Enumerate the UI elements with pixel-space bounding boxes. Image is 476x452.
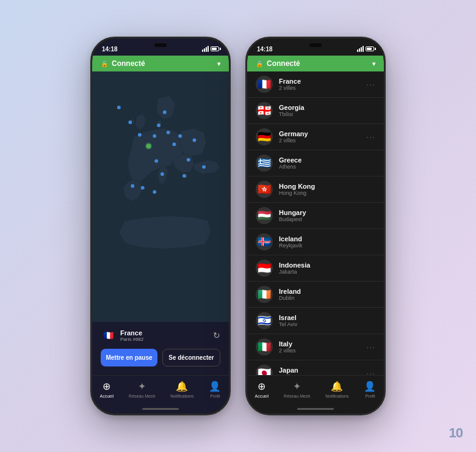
bar4 (207, 46, 209, 52)
connected-bar-right[interactable]: 🔒 Connecté ▾ (247, 56, 384, 71)
country-info: IsraelTel Aviv (279, 314, 375, 327)
list-item[interactable]: 🇭🇺HungaryBudapest (247, 203, 384, 229)
country-name: Hong Kong (279, 183, 375, 190)
list-item[interactable]: 🇮🇹Italy2 villes··· (247, 334, 384, 360)
country-city: 2 villes (279, 348, 366, 354)
country-info: Italy2 villes (279, 340, 366, 354)
svg-point-7 (163, 111, 167, 114)
bar1 (202, 49, 203, 52)
country-flag-icon: 🇭🇺 (256, 207, 273, 224)
battery-left (211, 46, 219, 51)
status-bar-left: 14:18 (92, 38, 229, 56)
svg-point-20 (154, 159, 158, 163)
country-name: Israel (279, 314, 375, 321)
bell-icon-left: 🔔 (176, 381, 188, 392)
nav-accueil-left[interactable]: ⊕ Accueil (100, 381, 114, 398)
svg-point-21 (153, 190, 156, 194)
nav-label-mesh-right: Réseau Mesh (284, 394, 310, 398)
svg-point-6 (167, 131, 170, 134)
country-flag-icon: 🇭🇰 (256, 181, 273, 198)
more-dots-icon[interactable]: ··· (366, 132, 375, 142)
server-info: 🇫🇷 France Paris #682 (101, 328, 143, 343)
chevron-left[interactable]: ▾ (217, 60, 220, 67)
list-item[interactable]: 🇯🇵Japan2 villes··· (247, 360, 384, 375)
left-phone: 14:18 🔒 Connecté (90, 37, 231, 415)
connected-left-section: 🔒 Connecté (101, 59, 145, 68)
country-city: Athens (279, 164, 375, 170)
country-flag-icon: 🇬🇪 (256, 102, 273, 119)
connected-bar-left[interactable]: 🔒 Connecté ▾ (92, 56, 229, 71)
list-item[interactable]: 🇫🇷France2 villes··· (247, 71, 384, 98)
list-item[interactable]: 🇩🇪Germany2 villes··· (247, 124, 384, 150)
list-item[interactable]: 🇬🇷GreeceAthens (247, 150, 384, 177)
country-city: Reykjavik (279, 242, 375, 249)
nav-label-mesh-left: Réseau Mesh (129, 394, 155, 398)
country-flag-icon: 🇩🇪 (256, 128, 273, 145)
country-city: Tel Aviv (279, 321, 375, 327)
svg-point-18 (128, 120, 132, 124)
svg-point-14 (193, 139, 197, 142)
server-text: France Paris #682 (120, 329, 143, 342)
country-info: France2 villes (279, 78, 366, 91)
nav-profil-right[interactable]: 👤 Profil (364, 381, 376, 398)
time-right: 14:18 (257, 46, 273, 53)
more-dots-icon[interactable]: ··· (366, 79, 375, 89)
nav-accueil-right[interactable]: ⊕ Accueil (255, 381, 269, 398)
svg-point-2 (138, 133, 142, 137)
country-name: Germany (279, 130, 366, 137)
svg-point-16 (157, 123, 160, 127)
country-info: GeorgiaTbilisi (279, 104, 375, 117)
list-item[interactable]: 🇮🇪IrelandDublin (247, 282, 384, 308)
country-info: IrelandDublin (279, 288, 375, 301)
nav-label-notif-left: Notifications (170, 394, 193, 398)
mesh-icon-left: ✦ (138, 381, 146, 392)
svg-point-13 (187, 158, 190, 162)
country-info: IndonesiaJakarta (279, 261, 375, 275)
country-city: Dublin (279, 295, 375, 301)
list-item[interactable]: 🇮🇱IsraelTel Aviv (247, 308, 384, 334)
country-info: Germany2 villes (279, 130, 366, 144)
more-dots-icon[interactable]: ··· (366, 342, 375, 352)
nav-notifications-left[interactable]: 🔔 Notifications (170, 381, 193, 398)
country-name: Indonesia (279, 261, 375, 269)
bottom-nav-right: ⊕ Accueil ✦ Réseau Mesh 🔔 Notifications … (247, 375, 384, 406)
svg-point-8 (178, 134, 182, 138)
country-flag-icon: 🇮🇩 (256, 260, 273, 277)
refresh-button[interactable]: ↻ (213, 330, 220, 340)
more-dots-icon[interactable]: ··· (366, 368, 375, 375)
battery-right (366, 46, 374, 51)
list-item[interactable]: 🇮🇩IndonesiaJakarta (247, 255, 384, 282)
country-name: Italy (279, 340, 366, 348)
home-indicator-left (142, 408, 179, 410)
bar4r (362, 46, 364, 52)
list-item[interactable]: 🇮🇸IcelandReykjavik (247, 229, 384, 255)
disconnect-button[interactable]: Se déconnecter (162, 349, 220, 366)
current-server: 🇫🇷 France Paris #682 ↻ (101, 328, 220, 343)
nav-profil-left[interactable]: 👤 Profil (209, 381, 221, 398)
right-phone: 14:18 🔒 Connecté (245, 37, 386, 415)
nav-mesh-right[interactable]: ✦ Réseau Mesh (284, 381, 310, 398)
left-phone-inner: 14:18 🔒 Connecté (92, 38, 229, 414)
bar1r (357, 49, 358, 52)
country-city: Tbilisi (279, 111, 375, 117)
country-name: Japan (279, 366, 366, 374)
list-item[interactable]: 🇭🇰Hong KongHong Kong (247, 177, 384, 203)
connected-label-left: Connecté (112, 59, 145, 68)
globe-icon-right: ⊕ (258, 381, 265, 392)
lock-icon-left: 🔒 (101, 60, 108, 67)
chevron-right-icon[interactable]: ▾ (372, 60, 375, 67)
pause-button[interactable]: Mettre en pause (101, 349, 157, 366)
country-info: Japan2 villes (279, 366, 366, 375)
country-city: Budapest (279, 216, 375, 222)
bar2r (359, 48, 360, 52)
country-info: IcelandReykjavik (279, 235, 375, 249)
connected-label-right: Connecté (267, 59, 300, 68)
country-name: Greece (279, 156, 375, 164)
country-flag-icon: 🇮🇸 (256, 233, 273, 250)
map-svg (92, 71, 229, 322)
nav-notifications-right[interactable]: 🔔 Notifications (325, 381, 348, 398)
notch-right (309, 43, 322, 47)
list-item[interactable]: 🇬🇪GeorgiaTbilisi (247, 98, 384, 124)
nav-mesh-left[interactable]: ✦ Réseau Mesh (129, 381, 155, 398)
country-city: Hong Kong (279, 190, 375, 196)
